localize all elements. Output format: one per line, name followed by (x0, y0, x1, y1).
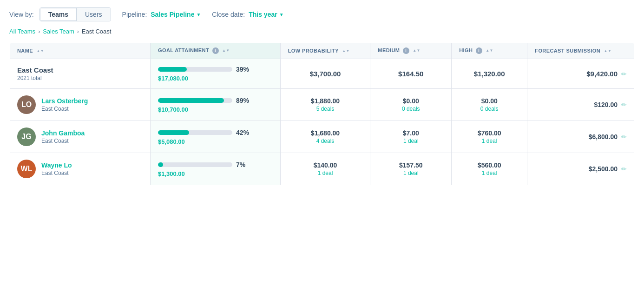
person-name-cell: JG John Gamboa East Coast (10, 121, 151, 153)
pipeline-dropdown[interactable]: Sales Pipeline ▼ (151, 11, 201, 18)
person-edit-icon[interactable]: ✏ (621, 101, 627, 108)
person-goal-amount: $10,700.00 (158, 106, 273, 113)
person-low-cell: $1,680.00 4 deals (280, 121, 370, 153)
person-row: JG John Gamboa East Coast 42% $5,080.00 … (10, 121, 635, 153)
person-forecast-money: $6,800.00 (589, 133, 618, 141)
person-sub: East Coast (41, 138, 85, 144)
person-goal-cell: 42% $5,080.00 (150, 121, 280, 153)
person-high-deals: 1 deal (459, 138, 519, 144)
person-high-cell: $0.00 0 deals (452, 89, 527, 121)
person-low-deals: 4 deals (288, 138, 363, 144)
breadcrumb: All Teams › Sales Team › East Coast (9, 28, 635, 35)
person-progress-fill (158, 98, 224, 103)
close-date-dropdown[interactable]: This year ▼ (249, 11, 283, 18)
east-coast-high-money: $1,320.00 (459, 70, 519, 78)
east-coast-sub: 2021 total (17, 75, 143, 81)
person-medium-cell: $157.50 1 deal (370, 153, 452, 185)
view-by-label: View by: (9, 11, 34, 18)
person-medium-deals: 1 deal (378, 170, 444, 176)
medium-sort-icon[interactable]: ▲▼ (413, 49, 421, 53)
col-header-goal: GOAL ATTAINMENT i ▲▼ (150, 43, 280, 59)
goal-sort-icon[interactable]: ▲▼ (222, 49, 230, 53)
person-progress-pct: 7% (236, 161, 245, 168)
person-forecast-money: $2,500.00 (589, 165, 618, 173)
person-medium-money: $0.00 (378, 97, 444, 105)
pipeline-dropdown-arrow: ▼ (196, 12, 201, 17)
person-low-deals: 1 deal (288, 170, 363, 176)
low-sort-icon[interactable]: ▲▼ (342, 49, 350, 53)
person-progress-fill (158, 130, 189, 135)
east-coast-row: East Coast 2021 total 39% $17,080.00 $3,… (10, 59, 635, 89)
person-edit-icon[interactable]: ✏ (621, 165, 627, 173)
breadcrumb-sep-1: › (38, 28, 40, 35)
person-medium-deals: 1 deal (378, 138, 444, 144)
person-name-link[interactable]: Wayne Lo (41, 161, 72, 169)
breadcrumb-sales-team[interactable]: Sales Team (43, 28, 74, 35)
east-coast-low-money: $3,700.00 (288, 70, 363, 78)
person-row: WL Wayne Lo East Coast 7% $1,300.00 $140… (10, 153, 635, 185)
view-toggle-group: Teams Users (39, 7, 111, 21)
col-header-low: LOW PROBABILITY ▲▼ (280, 43, 370, 59)
person-medium-deals: 0 deals (378, 106, 444, 112)
person-low-money: $1,880.00 (288, 97, 363, 105)
person-progress-bg (158, 130, 232, 135)
close-date-value: This year (249, 11, 277, 18)
person-goal-cell: 7% $1,300.00 (150, 153, 280, 185)
east-coast-goal-amount: $17,080.00 (158, 75, 273, 82)
person-low-cell: $1,880.00 5 deals (280, 89, 370, 121)
users-toggle-button[interactable]: Users (77, 8, 111, 21)
person-name-cell: WL Wayne Lo East Coast (10, 153, 151, 185)
col-header-name: NAME ▲▼ (10, 43, 151, 59)
col-header-forecast: FORECAST SUBMISSION ▲▼ (527, 43, 635, 59)
goal-info-icon[interactable]: i (212, 47, 219, 54)
top-bar: View by: Teams Users Pipeline: Sales Pip… (9, 7, 635, 21)
breadcrumb-sep-2: › (77, 28, 79, 35)
east-coast-name-cell: East Coast 2021 total (10, 59, 151, 89)
col-header-high: HIGH i ▲▼ (452, 43, 527, 59)
person-forecast-money: $120.00 (594, 101, 618, 108)
high-sort-icon[interactable]: ▲▼ (486, 49, 493, 53)
person-low-money: $1,680.00 (288, 129, 363, 137)
forecast-sort-icon[interactable]: ▲▼ (604, 49, 612, 53)
person-forecast-cell: $6,800.00 ✏ (527, 121, 635, 153)
person-goal-amount: $1,300.00 (158, 170, 273, 177)
person-edit-icon[interactable]: ✏ (621, 133, 627, 141)
east-coast-medium-money: $164.50 (378, 70, 444, 78)
person-sub: East Coast (41, 170, 72, 176)
avatar: LO (17, 95, 36, 114)
person-medium-cell: $0.00 0 deals (370, 89, 452, 121)
person-name-link[interactable]: John Gamboa (41, 129, 85, 137)
person-name-cell: LO Lars Osterberg East Coast (10, 89, 151, 121)
name-sort-icon[interactable]: ▲▼ (36, 49, 44, 53)
east-coast-low-cell: $3,700.00 (280, 59, 370, 89)
high-info-icon[interactable]: i (476, 47, 482, 54)
medium-info-icon[interactable]: i (403, 47, 409, 54)
east-coast-edit-icon[interactable]: ✏ (621, 70, 627, 78)
person-sub: East Coast (41, 106, 88, 112)
close-date-arrow: ▼ (279, 12, 284, 17)
teams-toggle-button[interactable]: Teams (40, 8, 77, 21)
person-forecast-cell: $120.00 ✏ (527, 89, 635, 121)
east-coast-forecast-money: $9,420.00 (586, 70, 618, 78)
forecast-table: NAME ▲▼ GOAL ATTAINMENT i ▲▼ LOW PROBABI… (9, 42, 635, 185)
person-medium-cell: $7.00 1 deal (370, 121, 452, 153)
breadcrumb-current: East Coast (82, 28, 112, 35)
east-coast-high-cell: $1,320.00 (452, 59, 527, 89)
east-coast-progress-fill (158, 67, 187, 72)
close-date-label: Close date: (212, 11, 245, 18)
pipeline-value: Sales Pipeline (151, 11, 194, 18)
person-low-deals: 5 deals (288, 106, 363, 112)
person-row: LO Lars Osterberg East Coast 89% $10,700… (10, 89, 635, 121)
person-name-link[interactable]: Lars Osterberg (41, 97, 88, 105)
east-coast-forecast-cell: $9,420.00 ✏ (527, 59, 635, 89)
breadcrumb-all-teams[interactable]: All Teams (9, 28, 35, 35)
person-goal-cell: 89% $10,700.00 (150, 89, 280, 121)
person-progress-bg (158, 162, 232, 167)
avatar: JG (17, 127, 36, 146)
person-forecast-cell: $2,500.00 ✏ (527, 153, 635, 185)
person-low-money: $140.00 (288, 161, 363, 169)
person-high-deals: 0 deals (459, 106, 519, 112)
avatar: WL (17, 160, 36, 178)
pipeline-label: Pipeline: (122, 11, 147, 18)
person-high-money: $560.00 (459, 161, 519, 169)
